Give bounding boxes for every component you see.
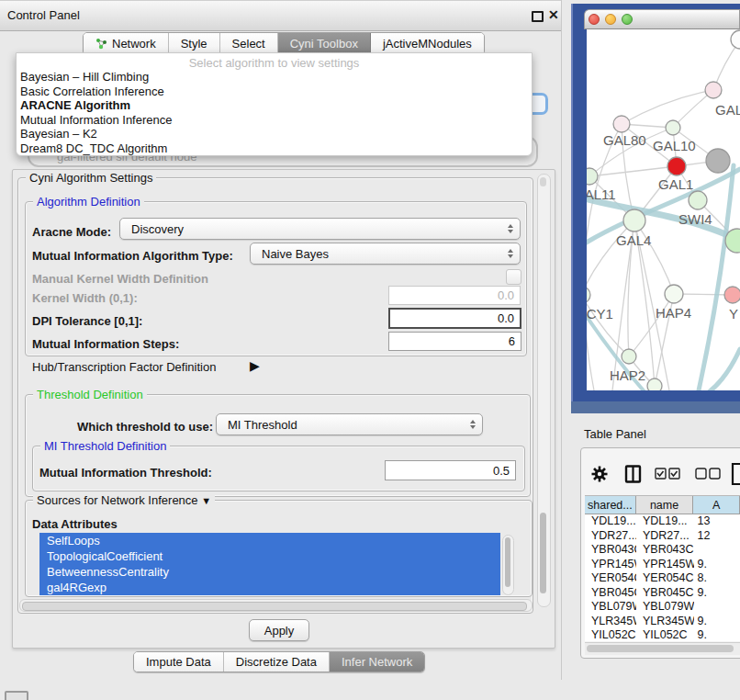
network-node[interactable] [647,378,662,390]
tab-label: Style [181,37,207,51]
network-node-gcy1[interactable] [587,287,590,303]
aracne-mode-value: Discovery [131,222,184,236]
tab-jactivemnodules[interactable]: jActiveMNodules [371,33,484,54]
minimize-traffic-light-icon[interactable] [605,14,616,25]
float-window-icon[interactable] [532,11,544,22]
table-row[interactable]: YBL079WYBL079W [585,600,740,615]
tab-label: jActiveMNodules [383,37,472,51]
select-all-checked-icon[interactable] [655,468,682,480]
kernel-width-field[interactable]: 0.0 [388,286,521,305]
mi-threshold-label: Mutual Information Threshold: [39,466,212,480]
table-row[interactable]: YER054CYER054C8. [585,571,740,586]
hub-expand-arrow-icon[interactable]: ▶ [250,358,260,373]
network-canvas[interactable]: GALGAL80GAL10GAL1GAL11GAL4SWI4GCY1HAP4YH… [587,29,740,390]
table-cell: 9. [694,558,740,572]
network-edge[interactable] [587,124,622,390]
minimized-panel-icon[interactable] [5,691,28,700]
attributes-list-scrollbar[interactable] [502,535,514,595]
dpi-tolerance-field[interactable]: 0.0 [388,308,521,329]
network-node-gal10[interactable] [666,120,680,135]
network-node-label: GAL4 [616,232,651,248]
mi-algorithm-type-combo[interactable]: Naive Bayes [250,243,521,265]
table-column-header[interactable]: name [636,496,694,514]
algorithm-definition-title: Algorithm Definition [33,195,144,209]
network-node-swi4[interactable] [689,191,707,209]
which-threshold-combo[interactable]: MI Threshold [216,413,483,435]
table-cell: 12 [694,529,740,544]
network-graph[interactable]: GALGAL80GAL10GAL1GAL11GAL4SWI4GCY1HAP4YH… [587,29,740,390]
document-icon[interactable] [731,462,740,486]
table-cell: YBR045C [636,586,694,601]
table-row[interactable]: YBR045CYBR045C9. [585,586,740,601]
tab-cyni-toolbox[interactable]: Cyni Toolbox [278,33,371,54]
network-node-gal80[interactable] [613,116,630,132]
table-column-header[interactable]: A [693,496,740,514]
tab-infer-network[interactable]: Infer Network [330,652,424,672]
network-node-y[interactable] [724,287,740,303]
algorithm-option[interactable]: Mutual Information Inference [17,113,532,128]
settings-vertical-scrollbar[interactable] [537,174,551,607]
network-edge[interactable] [622,90,713,124]
columns-icon[interactable] [624,464,643,484]
table-cell: 13 [694,514,740,529]
data-attributes-list: SelfLoopsTopologicalCoefficientBetweenne… [39,533,500,595]
hub-definition-label: Hub/Transcription Factor Definition [32,360,216,374]
network-node-hap4[interactable] [665,285,683,303]
close-icon[interactable]: ✕ [548,8,561,21]
tab-style[interactable]: Style [169,33,220,54]
attribute-item[interactable]: gal4RGexp [39,580,500,595]
mi-steps-field[interactable]: 6 [388,332,521,351]
node-table[interactable]: shared...nameAYDL19...YDL19...13YDR27...… [585,495,740,641]
table-column-header[interactable]: shared... [585,496,636,514]
algorithm-option[interactable]: Bayesian – K2 [17,127,532,141]
algorithm-option[interactable]: Dream8 DC_TDC Algorithm [17,141,532,156]
table-cell: 9. [694,628,740,641]
table-row[interactable]: YBR043CYBR043C [585,543,740,558]
table-row[interactable]: YPR145WYPR145W9. [585,558,740,572]
sources-collapse-arrow-icon[interactable]: ▼ [201,495,211,506]
attribute-item[interactable]: TopologicalCoefficient [39,548,500,564]
network-node-label: GAL [715,102,740,118]
table-cell: YBL079W [585,600,636,615]
network-node-gal[interactable] [705,82,722,98]
network-node-gal11[interactable] [587,168,598,185]
aracne-mode-label: Aracne Mode: [32,225,111,239]
manual-kernel-checkbox[interactable] [506,269,521,285]
zoom-traffic-light-icon[interactable] [622,14,633,25]
table-row[interactable]: YLR345WYLR345W9. [585,615,740,629]
algorithm-option[interactable]: Bayesian – Hill Climbing [17,70,532,85]
screen: Control Panel ✕ NetworkStyleSelectCyni T… [0,0,740,700]
control-panel-titlebar [0,0,562,31]
tab-impute-data[interactable]: Impute Data [134,652,224,672]
algorithm-option[interactable]: Basic Correlation Inference [17,85,532,99]
deselect-all-icon[interactable] [695,468,723,480]
network-node-gal4[interactable] [623,209,645,231]
table-cell: YPR145W [636,558,694,572]
gear-icon[interactable] [590,464,609,484]
table-horizontal-scrollbar[interactable] [585,642,740,655]
table-cell: YPR145W [585,558,636,572]
data-attributes-label: Data Attributes [32,517,118,531]
network-node-label: SWI4 [678,211,712,227]
network-node-hap2[interactable] [622,349,636,364]
tab-network[interactable]: Network [84,33,169,54]
table-row[interactable]: YIL052CYIL052C9. [585,628,740,641]
close-traffic-light-icon[interactable] [589,14,600,25]
mi-steps-label: Mutual Information Steps: [32,337,179,351]
table-row[interactable]: YDL19...YDL19...13 [585,514,740,529]
tab-select[interactable]: Select [220,33,278,54]
aracne-mode-combo[interactable]: Discovery [119,218,521,240]
attribute-item[interactable]: BetweennessCentrality [39,564,500,580]
attribute-item[interactable]: SelfLoops [39,533,500,548]
network-node-gal1[interactable] [667,157,686,175]
table-row[interactable]: YDR27...YDR27...12 [585,529,740,544]
network-node[interactable] [706,149,730,173]
tab-discretize-data[interactable]: Discretize Data [224,652,330,672]
table-cell: YIL052C [585,628,636,641]
stepper-arrows-icon [508,224,513,233]
network-node[interactable] [731,30,740,49]
apply-button[interactable]: Apply [249,619,309,641]
algorithm-option[interactable]: ARACNE Algorithm [17,98,532,113]
mi-threshold-field[interactable]: 0.5 [385,460,516,480]
settings-horizontal-scrollbar[interactable] [19,599,533,612]
